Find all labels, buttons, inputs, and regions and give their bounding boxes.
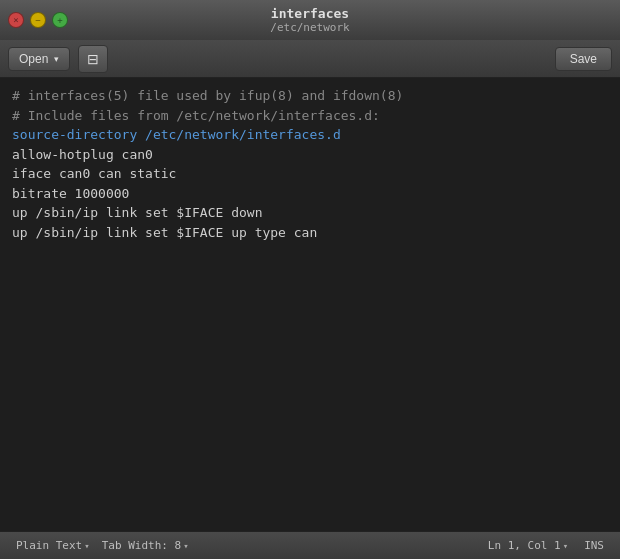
editor-area[interactable]: # interfaces(5) file used by ifup(8) and… bbox=[0, 78, 620, 531]
action-icon-button[interactable]: ⊟ bbox=[78, 45, 108, 73]
window-title-group: interfaces /etc/network bbox=[270, 6, 349, 35]
open-button[interactable]: Open ▾ bbox=[8, 47, 70, 71]
tab-width-dropdown-arrow: ▾ bbox=[183, 541, 188, 551]
close-button[interactable]: × bbox=[8, 12, 24, 28]
language-selector[interactable]: Plain Text ▾ bbox=[10, 539, 96, 552]
maximize-button[interactable]: + bbox=[52, 12, 68, 28]
window-controls: × − + bbox=[8, 12, 68, 28]
toolbar: Open ▾ ⊟ Save bbox=[0, 40, 620, 78]
tab-width-selector[interactable]: Tab Width: 8 ▾ bbox=[96, 539, 195, 552]
statusbar: Plain Text ▾ Tab Width: 8 ▾ Ln 1, Col 1 … bbox=[0, 531, 620, 559]
insert-mode: INS bbox=[578, 539, 610, 552]
language-label: Plain Text bbox=[16, 539, 82, 552]
cursor-position[interactable]: Ln 1, Col 1 ▾ bbox=[482, 539, 574, 552]
window-title: interfaces bbox=[270, 6, 349, 22]
titlebar: × − + interfaces /etc/network bbox=[0, 0, 620, 40]
open-label: Open bbox=[19, 52, 48, 66]
save-button[interactable]: Save bbox=[555, 47, 612, 71]
monitor-icon: ⊟ bbox=[87, 51, 99, 67]
code-content: # interfaces(5) file used by ifup(8) and… bbox=[12, 86, 608, 242]
status-right: Ln 1, Col 1 ▾ INS bbox=[482, 539, 610, 552]
minimize-button[interactable]: − bbox=[30, 12, 46, 28]
tab-width-label: Tab Width: 8 bbox=[102, 539, 181, 552]
cursor-dropdown-arrow: ▾ bbox=[563, 541, 568, 551]
cursor-position-label: Ln 1, Col 1 bbox=[488, 539, 561, 552]
window-subtitle: /etc/network bbox=[270, 21, 349, 34]
language-dropdown-arrow: ▾ bbox=[84, 541, 89, 551]
open-dropdown-arrow: ▾ bbox=[54, 54, 59, 64]
